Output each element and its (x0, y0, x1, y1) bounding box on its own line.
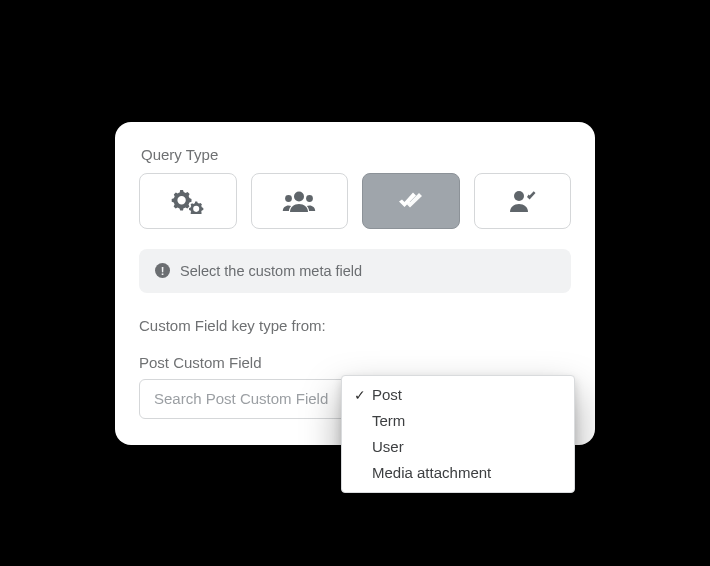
type-users-button[interactable] (251, 173, 349, 229)
info-icon: ! (155, 263, 170, 278)
dropdown-option-label: Post (372, 386, 402, 403)
post-custom-field-label: Post Custom Field (139, 354, 571, 371)
key-type-dropdown[interactable]: ✓ Post Term User Media attachment (341, 375, 575, 493)
svg-point-2 (306, 195, 313, 202)
dropdown-option-label: Term (372, 412, 405, 429)
query-type-label: Query Type (141, 146, 571, 163)
dropdown-option-label: User (372, 438, 404, 455)
dropdown-option-label: Media attachment (372, 464, 491, 481)
svg-point-1 (285, 195, 292, 202)
key-type-label: Custom Field key type from: (139, 317, 571, 334)
query-panel: Query Type (115, 122, 595, 445)
notice-banner: ! Select the custom meta field (139, 249, 571, 293)
user-check-icon (507, 189, 537, 213)
double-check-icon (396, 190, 426, 212)
check-icon: ✓ (352, 387, 368, 403)
dropdown-option-post[interactable]: ✓ Post (342, 382, 574, 408)
type-meta-button[interactable] (362, 173, 460, 229)
svg-point-3 (514, 191, 524, 201)
dropdown-option-user[interactable]: User (342, 434, 574, 460)
svg-point-0 (294, 191, 304, 201)
gears-icon (171, 188, 205, 214)
query-type-row (139, 173, 571, 229)
type-settings-button[interactable] (139, 173, 237, 229)
users-group-icon (282, 189, 316, 213)
dropdown-option-media[interactable]: Media attachment (342, 460, 574, 486)
notice-text: Select the custom meta field (180, 263, 362, 279)
type-user-check-button[interactable] (474, 173, 572, 229)
dropdown-option-term[interactable]: Term (342, 408, 574, 434)
